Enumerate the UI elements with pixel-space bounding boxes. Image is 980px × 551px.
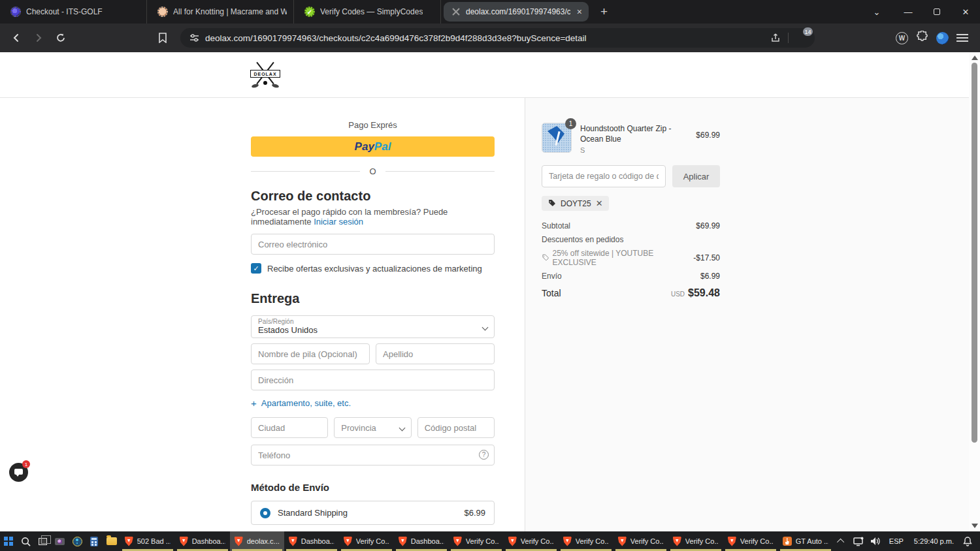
discount-code-input[interactable] <box>542 165 666 187</box>
paypal-button[interactable]: PayPal <box>251 136 495 157</box>
tab-all-for-knotting[interactable]: All for Knotting | Macrame and Wea <box>147 0 294 24</box>
taskbar-app-dashboard[interactable]: Dashboa... <box>284 531 339 551</box>
taskbar-app-dashboard[interactable]: Dashboa... <box>394 531 449 551</box>
reload-icon[interactable] <box>51 28 71 48</box>
taskbar-app-deolax-active[interactable]: deolax.c... <box>230 531 284 551</box>
tab-search-icon[interactable]: ⌄ <box>865 0 889 24</box>
marketing-optin[interactable]: ✓ Recibe ofertas exclusivas y actualizac… <box>251 263 495 274</box>
add-apartment-link[interactable]: + Apartamento, suite, etc. <box>251 398 495 409</box>
simplycodes-favicon: ✓ <box>304 7 315 17</box>
taskbar-app-dashboard[interactable]: Dashboa... <box>175 531 230 551</box>
calculator-app-icon[interactable] <box>86 531 103 551</box>
delivery-section-title: Entrega <box>251 291 495 306</box>
zip-input[interactable] <box>417 417 495 438</box>
chevron-down-icon <box>400 426 405 431</box>
apply-discount-button[interactable]: Aplicar <box>672 165 720 187</box>
language-indicator[interactable]: ESP <box>884 537 909 545</box>
display-icon[interactable] <box>850 531 867 551</box>
task-view-icon[interactable] <box>34 531 51 551</box>
login-link[interactable]: Iniciar sesión <box>314 217 363 227</box>
new-tab-button[interactable]: + <box>591 5 617 19</box>
express-pay-title: Pago Exprés <box>251 120 495 130</box>
forward-icon[interactable] <box>29 28 48 48</box>
province-select[interactable]: Provincia <box>334 417 411 438</box>
tray-expand-icon[interactable] <box>833 531 850 551</box>
location-app-icon[interactable] <box>69 531 86 551</box>
taskbar-app-verify-codes[interactable]: Verify Co... <box>559 531 613 551</box>
maximize-button[interactable] <box>923 0 951 24</box>
address-input[interactable] <box>251 370 495 390</box>
country-select[interactable]: País/Región Estados Unidos <box>251 315 495 338</box>
taskbar-app-verify-codes[interactable]: Verify Co... <box>504 531 559 551</box>
scroll-up-icon[interactable] <box>972 55 978 60</box>
chat-icon <box>14 469 23 475</box>
chat-widget-button[interactable]: 1 <box>9 463 28 482</box>
tab-title: Verify Codes — SimplyCodes <box>320 7 423 16</box>
camera-app-icon[interactable] <box>52 531 69 551</box>
wayback-extension-icon[interactable]: W <box>896 32 908 44</box>
discount-name: 25% off sitewide | YOUTUBE EXCLUSIVE <box>552 249 693 267</box>
tab-checkout-its-golf[interactable]: Checkout - ITS-GOLF <box>0 0 147 24</box>
start-button[interactable] <box>0 531 17 551</box>
radio-selected-icon[interactable] <box>260 508 270 518</box>
taskbar-app-gt-auto[interactable]: GT Auto ... <box>778 531 833 551</box>
product-variant: S <box>580 146 687 154</box>
remove-discount-icon[interactable]: ✕ <box>596 198 603 208</box>
currency-code: USD <box>671 291 685 298</box>
extensions-puzzle-icon[interactable] <box>916 31 928 46</box>
url-text[interactable]: deolax.com/1690179974963/checkouts/c2c4a… <box>205 33 763 43</box>
file-explorer-icon[interactable] <box>103 531 120 551</box>
chevron-down-icon <box>483 325 488 330</box>
taskbar-app-502-bad[interactable]: 502 Bad ... <box>120 531 175 551</box>
notifications-bell-icon[interactable] <box>959 531 976 551</box>
knotting-favicon <box>157 7 168 17</box>
checkout-form: Pago Exprés PayPal O Correo de contacto … <box>251 120 495 531</box>
brave-icon <box>728 537 736 546</box>
taskbar-app-verify-codes[interactable]: Verify Co... <box>613 531 668 551</box>
brave-icon <box>618 537 627 546</box>
taskbar-app-verify-codes[interactable]: Verify Co... <box>723 531 778 551</box>
taskbar: 502 Bad ... Dashboa... deolax.c... Dashb… <box>0 531 980 551</box>
taskbar-app-verify-codes[interactable]: Verify Co... <box>449 531 504 551</box>
address-bar[interactable]: deolax.com/1690179974963/checkouts/c2c4a… <box>180 28 815 48</box>
search-icon[interactable] <box>17 531 34 551</box>
total-value: $59.48 <box>688 287 720 298</box>
tab-title: All for Knotting | Macrame and Wea <box>173 7 287 16</box>
page-scrollbar[interactable] <box>969 52 980 531</box>
tab-deolax-active[interactable]: deolax.com/1690179974963/ch × <box>444 2 589 22</box>
help-icon[interactable]: ? <box>479 450 489 460</box>
discount-amount: -$17.50 <box>693 253 720 262</box>
taskbar-app-verify-codes[interactable]: Verify Co... <box>668 531 723 551</box>
phone-input[interactable] <box>251 445 495 465</box>
product-price: $69.99 <box>696 131 720 154</box>
tab-simplycodes[interactable]: ✓ Verify Codes — SimplyCodes <box>294 0 441 24</box>
minimize-button[interactable]: — <box>894 0 923 24</box>
bookmark-icon[interactable] <box>153 28 172 48</box>
last-name-input[interactable] <box>376 343 495 364</box>
its-golf-favicon <box>10 7 21 17</box>
profile-globe-icon[interactable] <box>936 32 949 44</box>
share-icon[interactable] <box>768 28 783 48</box>
close-window-button[interactable]: ✕ <box>951 0 980 24</box>
menu-icon[interactable] <box>956 34 968 42</box>
discounts-label: Descuentos en pedidos <box>542 235 623 244</box>
subtotal-label: Subtotal <box>542 221 570 230</box>
tab-close-icon[interactable]: × <box>576 7 583 16</box>
volume-icon[interactable] <box>867 531 884 551</box>
taskbar-app-verify-codes[interactable]: Verify Co... <box>339 531 394 551</box>
back-icon[interactable] <box>7 28 26 48</box>
deolax-logo[interactable]: DEOLAX <box>251 59 280 90</box>
product-name: Houndstooth Quarter Zip - Ocean Blue <box>580 124 687 144</box>
browser-toolbar: deolax.com/1690179974963/checkouts/c2c4a… <box>0 24 980 52</box>
scrollbar-thumb[interactable] <box>972 63 977 443</box>
shipping-option[interactable]: Standard Shipping $6.99 <box>251 501 495 525</box>
checkbox-checked-icon[interactable]: ✓ <box>251 263 261 274</box>
email-input[interactable] <box>251 234 495 255</box>
brave-icon <box>673 537 681 546</box>
city-input[interactable] <box>251 417 328 438</box>
site-settings-icon[interactable] <box>188 28 200 48</box>
brave-shield-icon[interactable]: 14 <box>794 31 808 45</box>
clock[interactable]: 5:29:40 p.m. <box>909 537 959 545</box>
scroll-down-icon[interactable] <box>972 524 978 528</box>
first-name-input[interactable] <box>251 343 370 364</box>
